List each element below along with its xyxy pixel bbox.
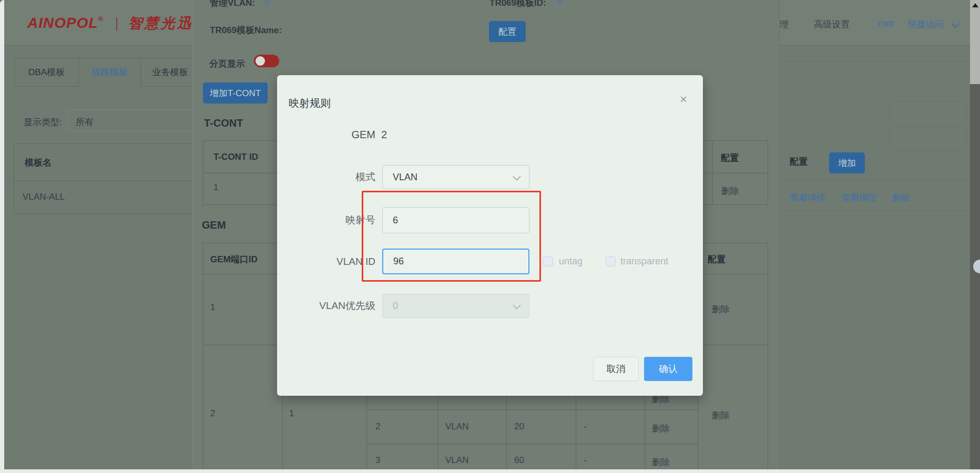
tcont-delete-link[interactable]: 删除 xyxy=(721,185,739,197)
chevron-down-icon xyxy=(513,301,521,310)
column-header-tcont-id: T-CONT ID xyxy=(213,152,258,162)
add-tcont-label: 增加T-CONT xyxy=(210,87,261,99)
tr069-name-label: TR069模板Name: xyxy=(210,24,282,36)
template-list-table: 模板名 VLAN-ALL xyxy=(14,143,193,214)
cancel-button[interactable]: 取消 xyxy=(593,357,639,381)
gem-row-port: 1 xyxy=(210,302,215,313)
untag-checkbox[interactable] xyxy=(543,256,553,266)
logo-separator: ｜ xyxy=(110,15,123,32)
mapping-mode: VLAN xyxy=(445,421,468,432)
gem-section-heading: GEM xyxy=(202,219,226,231)
mapping-rule-dialog: 映射规则 × GEM 2 模式 VLAN 映射号 VLAN ID untag t… xyxy=(277,75,703,396)
mode-select-value: VLAN xyxy=(393,172,417,183)
tab-label: 线路模板 xyxy=(79,58,140,86)
column-header-gem-port: GEM端口ID xyxy=(210,253,258,265)
right-config-header: 配置 xyxy=(790,156,808,168)
scroll-up-arrow-icon[interactable] xyxy=(972,3,978,7)
tab-line-template[interactable]: 线路模板 xyxy=(78,58,141,87)
display-type-select[interactable]: 所有 xyxy=(67,109,193,131)
mapping-delete-link[interactable]: 删除 xyxy=(652,456,670,468)
gem-row-port: 2 xyxy=(210,408,215,419)
mapping-id: 3 xyxy=(375,455,380,466)
add-button[interactable]: 增加 xyxy=(829,152,865,173)
mapping-delete-link[interactable]: 删除 xyxy=(652,423,670,435)
nav-user-root[interactable]: root xyxy=(878,18,893,29)
mapping-priority: - xyxy=(584,455,587,466)
display-type-value: 所有 xyxy=(76,116,94,128)
tab-label: 业务模板 xyxy=(141,58,199,86)
window-frame-bottom xyxy=(0,469,980,473)
column-header-config: 配置 xyxy=(708,253,726,265)
mode-label: 模式 xyxy=(277,169,375,185)
vlan-priority-select: 0 xyxy=(382,294,529,318)
window-frame-left xyxy=(0,0,4,473)
registered-mark-icon: ® xyxy=(98,15,104,23)
untag-checkbox-label: untag xyxy=(559,256,583,267)
dialog-title: 映射规则 xyxy=(289,96,331,110)
tcont-row-id: 1 xyxy=(213,182,218,193)
config-button-label: 配置 xyxy=(498,26,516,38)
view-detail-link[interactable]: 查看详情 xyxy=(790,192,825,204)
gem-row-tcont: 1 xyxy=(289,408,294,419)
column-header-template-name: 模板名 xyxy=(25,157,52,169)
column-divider xyxy=(712,141,713,204)
red-annotation-box xyxy=(362,191,541,282)
display-type-label: 显示类型: xyxy=(24,116,62,128)
gem-delete-link[interactable]: 删除 xyxy=(712,303,730,315)
tr069-id-value: 0 xyxy=(557,0,562,7)
confirm-button[interactable]: 确认 xyxy=(644,357,692,381)
mapping-row-divider xyxy=(366,409,698,410)
chevron-down-icon[interactable] xyxy=(952,20,960,28)
gem-delete-link[interactable]: 删除 xyxy=(712,409,730,421)
right-panel-divider xyxy=(780,61,970,62)
right-panel-divider xyxy=(780,180,970,181)
gem-value: 2 xyxy=(381,127,387,142)
nav-item-partial[interactable]: 理 xyxy=(780,18,789,30)
paging-toggle[interactable] xyxy=(254,55,279,67)
tcont-section-heading: T-CONT xyxy=(204,117,243,129)
view-binding-link[interactable]: 查看绑定 xyxy=(841,192,877,204)
nav-item-advanced-settings[interactable]: 高级设置 xyxy=(814,18,850,30)
config-button[interactable]: 配置 xyxy=(489,21,526,42)
close-icon[interactable]: × xyxy=(680,93,687,106)
app-window: AINOPOL®｜智慧光迅 理 高级设置 root 快捷访问 DBA模板 线路模… xyxy=(0,0,980,473)
right-panel-cell xyxy=(890,101,966,126)
cancel-button-label: 取消 xyxy=(607,363,626,375)
toggle-knob xyxy=(256,56,265,66)
mapping-row-divider xyxy=(366,444,698,444)
mode-select[interactable]: VLAN xyxy=(382,165,529,189)
template-row-vlan-all[interactable]: VLAN-ALL xyxy=(23,192,65,202)
mapping-vlan: 20 xyxy=(514,421,524,432)
mapping-number-label: 映射号 xyxy=(277,212,375,228)
brand-logo: AINOPOL®｜智慧光迅 xyxy=(27,14,193,33)
add-tcont-button[interactable]: 增加T-CONT xyxy=(203,83,268,104)
mgmt-vlan-value: 0 xyxy=(264,0,269,7)
tab-dba-template[interactable]: DBA模板 xyxy=(14,58,79,87)
mgmt-vlan-label: 管理VLAN: xyxy=(210,0,255,9)
confirm-button-label: 确认 xyxy=(659,363,678,375)
transparent-checkbox-label: transparent xyxy=(620,256,668,267)
mapping-id: 2 xyxy=(375,421,380,432)
vlan-priority-value: 0 xyxy=(393,301,398,312)
column-header-config: 配置 xyxy=(721,152,739,164)
scrollbar-thumb[interactable] xyxy=(970,0,980,84)
paging-toggle-label: 分页显示 xyxy=(209,58,245,70)
tr069-id-label: TR069模板ID: xyxy=(489,0,546,9)
tab-label: DBA模板 xyxy=(15,58,78,86)
nav-quick-access[interactable]: 快捷访问 xyxy=(908,18,944,30)
right-panel-cell xyxy=(890,126,966,151)
add-button-label: 增加 xyxy=(838,157,856,169)
vlan-id-label: VLAN ID xyxy=(277,254,375,270)
mapping-priority: - xyxy=(584,421,587,432)
right-panel-divider xyxy=(780,210,970,211)
mapping-mode: VLAN xyxy=(445,455,468,466)
vertical-scrollbar[interactable] xyxy=(970,0,980,469)
logo-text-en: AINOPOL xyxy=(27,15,98,32)
table-divider xyxy=(14,181,193,181)
logo-text-cn: 智慧光迅 xyxy=(128,14,193,33)
chevron-down-icon xyxy=(513,172,521,181)
tab-service-template[interactable]: 业务模板 xyxy=(140,58,200,87)
delete-link[interactable]: 删除 xyxy=(892,192,910,204)
gem-label: GEM xyxy=(277,127,375,142)
transparent-checkbox[interactable] xyxy=(606,256,616,266)
